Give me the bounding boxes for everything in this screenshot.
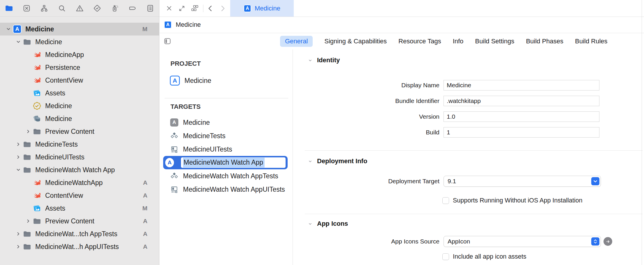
chevron-down-icon[interactable]: [308, 221, 313, 226]
tree-row-watch-appuitests[interactable]: MedicineWat...h AppUITests A: [0, 240, 159, 253]
tree-row-entitlements[interactable]: Medicine: [0, 99, 159, 112]
target-item-medicineuitests[interactable]: MedicineUITests: [159, 143, 293, 156]
debug-navigator-icon[interactable]: [110, 4, 119, 13]
tab-build-rules[interactable]: Build Rules: [575, 36, 607, 47]
tree-row-medicinewatchapp[interactable]: MedicineWatchApp A: [0, 176, 159, 189]
deployment-info-section-header[interactable]: Deployment Info: [308, 157, 367, 165]
project-editor-tab-strip: General Signing & Capabilities Resource …: [159, 33, 644, 50]
chevron-down-icon[interactable]: [14, 40, 23, 44]
tree-row-coredata-model[interactable]: Medicine: [0, 112, 159, 125]
target-item-watch-appuitests[interactable]: MedicineWatch Watch AppUITests: [159, 183, 293, 196]
tab-info[interactable]: Info: [453, 36, 464, 47]
general-settings-form: Identity Display Name Bundle Identifier …: [293, 49, 644, 265]
jump-bar[interactable]: Medicine: [159, 17, 644, 33]
symbol-navigator-icon[interactable]: [40, 4, 49, 13]
target-item-watch-apptests[interactable]: MedicineWatch Watch AppTests: [159, 169, 293, 183]
find-navigator-icon[interactable]: [57, 4, 66, 13]
chevron-down-icon[interactable]: [14, 168, 23, 172]
deployment-target-dropdown[interactable]: 9.1: [444, 176, 601, 187]
tree-row-folder-medicine[interactable]: Medicine: [0, 35, 159, 48]
tree-row-watch-assets[interactable]: Assets M: [0, 202, 159, 215]
tree-row-watch-preview-content[interactable]: Preview Content A: [0, 215, 159, 227]
target-item-medicinetests[interactable]: MedicineTests: [159, 129, 293, 143]
project-item-label: Medicine: [184, 77, 211, 85]
status-badge: M: [142, 205, 148, 212]
tree-row-medicineapp[interactable]: MedicineApp: [0, 48, 159, 61]
build-field[interactable]: [444, 127, 599, 138]
include-all-icons-checkbox[interactable]: [442, 253, 449, 260]
sidebar-toggle-icon[interactable]: [163, 37, 172, 45]
jump-to-appicon-arrow-button[interactable]: [603, 237, 612, 246]
tree-row-persistence[interactable]: Persistence: [0, 61, 159, 74]
forward-navigation-icon[interactable]: [218, 4, 227, 13]
folder-icon: [23, 242, 31, 251]
version-field[interactable]: [444, 111, 599, 122]
back-navigation-icon[interactable]: [206, 4, 215, 13]
status-badge: A: [143, 218, 147, 225]
test-navigator-icon[interactable]: [93, 4, 102, 13]
tab-build-phases[interactable]: Build Phases: [526, 36, 563, 47]
tree-row-medicinewatch-watch-app[interactable]: MedicineWatch Watch App: [0, 163, 159, 176]
swift-file-icon: [33, 191, 41, 200]
tab-general[interactable]: General: [280, 36, 313, 47]
chevron-down-icon[interactable]: [4, 27, 13, 31]
divider: [305, 214, 643, 214]
supports-running-checkbox[interactable]: [442, 197, 449, 204]
expand-editor-icon[interactable]: [177, 4, 186, 13]
chevron-down-icon[interactable]: [308, 58, 313, 63]
chevron-right-icon[interactable]: [24, 129, 33, 134]
tab-signing-capabilities[interactable]: Signing & Capabilities: [324, 36, 387, 47]
folder-icon: [23, 38, 31, 46]
stepper-chevrons-icon[interactable]: [591, 237, 599, 246]
report-navigator-icon[interactable]: [146, 4, 155, 13]
tree-row-project-medicine[interactable]: Medicine M: [0, 23, 159, 35]
source-control-navigator-icon[interactable]: [22, 4, 31, 13]
display-name-label: Display Name: [293, 80, 439, 90]
folder-icon: [23, 153, 31, 161]
close-tab-icon[interactable]: [165, 4, 173, 13]
chevron-right-icon[interactable]: [14, 244, 23, 249]
divider: [305, 150, 643, 151]
app-icons-source-dropdown[interactable]: AppIcon: [444, 236, 601, 247]
app-icons-source-label: App Icons Source: [293, 236, 439, 247]
chevron-right-icon[interactable]: [14, 155, 23, 159]
tab-build-settings[interactable]: Build Settings: [475, 36, 514, 47]
bundle-identifier-field[interactable]: [444, 96, 599, 106]
tab-resource-tags[interactable]: Resource Tags: [398, 36, 441, 47]
chevron-right-icon[interactable]: [24, 219, 33, 223]
tree-row-assets[interactable]: Assets: [0, 87, 159, 99]
identity-section-header[interactable]: Identity: [308, 56, 340, 64]
tree-row-preview-content[interactable]: Preview Content: [0, 125, 159, 138]
project-item-medicine[interactable]: Medicine: [170, 74, 211, 87]
chevron-right-icon[interactable]: [14, 232, 23, 236]
tree-row-medicinetests[interactable]: MedicineTests: [0, 138, 159, 151]
include-all-icons-checkbox-label: Include all app icon assets: [453, 253, 526, 260]
tree-row-contentview[interactable]: ContentView: [0, 74, 159, 87]
project-navigator-icon[interactable]: [4, 4, 13, 13]
chevron-right-icon[interactable]: [14, 142, 23, 147]
tree-row-medicineuitests[interactable]: MedicineUITests: [0, 151, 159, 163]
folder-icon: [23, 230, 31, 238]
tree-row-watch-apptests[interactable]: MedicineWat...tch AppTests A: [0, 227, 159, 240]
project-tree: Medicine M Medicine MedicineApp Persiste…: [0, 17, 159, 253]
chevron-down-icon[interactable]: [308, 159, 313, 164]
editor-area: Medicine Medicine General Signing & Capa…: [159, 0, 644, 265]
navigator-sidebar: Medicine M Medicine MedicineApp Persiste…: [0, 0, 159, 265]
display-name-field[interactable]: [444, 80, 599, 90]
issue-navigator-icon[interactable]: [75, 4, 84, 13]
asset-catalog-icon: [33, 204, 41, 213]
target-rename-field[interactable]: MedicineWatch Watch App: [181, 157, 286, 168]
target-item-medicine[interactable]: Medicine: [159, 116, 293, 129]
target-item-medicinewatch-watch-app-selected[interactable]: MedicineWatch Watch App: [163, 156, 288, 169]
tree-row-watch-contentview[interactable]: ContentView A: [0, 189, 159, 202]
dropdown-chevron-icon[interactable]: [591, 177, 599, 185]
divider: [165, 98, 288, 98]
breakpoint-navigator-icon[interactable]: [128, 4, 137, 13]
navigator-toolbar: [0, 0, 159, 17]
project-header: PROJECT: [170, 60, 201, 67]
document-tab-medicine[interactable]: Medicine: [230, 0, 294, 17]
folder-icon: [23, 140, 31, 149]
core-data-model-icon: [33, 114, 41, 123]
app-icons-section-header[interactable]: App Icons: [308, 220, 348, 227]
tab-overview-icon[interactable]: [190, 4, 199, 13]
